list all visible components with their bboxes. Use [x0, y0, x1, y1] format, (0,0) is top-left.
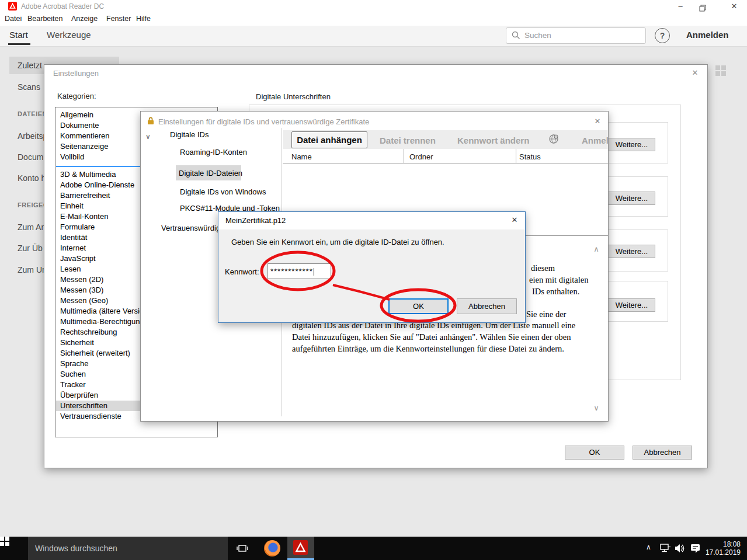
taskbar-clock[interactable]: 18:08 17.01.2019 — [700, 540, 741, 556]
password-dialog-close-icon[interactable]: ✕ — [510, 215, 519, 224]
attach-file-button[interactable]: Datei anhängen — [291, 131, 367, 148]
detach-file-button[interactable]: Datei trennen — [380, 135, 436, 145]
tab-werkzeuge[interactable]: Werkzeuge — [47, 30, 91, 40]
clock-time: 18:08 — [700, 540, 741, 548]
task-view-icon[interactable] — [237, 542, 248, 556]
menu-datei[interactable]: Datei — [5, 15, 22, 23]
sidebar-header-dateien: DATEIEN — [18, 110, 44, 117]
recent-tab-label: Zuletzt — [18, 61, 42, 70]
taskbar-search-placeholder: Windows durchsuchen — [35, 537, 117, 560]
column-divider — [516, 149, 516, 163]
column-header-name[interactable]: Name — [291, 152, 312, 161]
windows-logo-icon — [0, 537, 9, 546]
change-password-button[interactable]: Kennwort ändern — [457, 135, 529, 145]
sidebar-item-zur-ueberpruefung[interactable]: Zur Üb — [18, 244, 44, 253]
menu-fenster[interactable]: Fenster — [106, 15, 131, 23]
digital-ids-close-icon[interactable]: ✕ — [593, 117, 602, 126]
sidebar-item-zum-anzeigen[interactable]: Zum An — [18, 222, 44, 232]
tab-start-underline — [8, 43, 30, 45]
digital-signatures-group-label: Digitale Unterschriften — [253, 92, 333, 101]
chevron-down-icon[interactable]: ∨ — [145, 133, 151, 141]
grid-view-icon[interactable] — [715, 65, 727, 77]
firefox-icon[interactable] — [264, 540, 280, 556]
close-window-button[interactable]: ✕ — [725, 1, 743, 12]
password-cancel-button[interactable]: Abbrechen — [457, 298, 517, 314]
taskbar: Windows durchsuchen ∧ 18:08 17.01.2019 — [0, 537, 747, 560]
sidebar-item-document-cloud[interactable]: Docum — [18, 152, 44, 162]
minimize-button[interactable]: – — [672, 1, 689, 12]
menu-hilfe[interactable]: Hilfe — [136, 15, 151, 23]
tree-item-digitale-ids[interactable]: Digitale IDs — [170, 130, 209, 139]
window-titlebar: Adobe Acrobat Reader DC – ✕ — [0, 0, 747, 13]
more-button-2[interactable]: Weitere... — [608, 192, 655, 205]
tree-item-roaming-id-konten[interactable]: Roaming-ID-Konten — [180, 148, 247, 156]
column-divider — [404, 149, 404, 163]
scroll-up-icon[interactable]: ∧ — [590, 245, 602, 254]
help-text-fragment: IDs enthalten. — [532, 287, 579, 297]
tree-item-digitale-ids-von-windows[interactable]: Digitale IDs von Windows — [180, 187, 266, 196]
window-title: Adobe Acrobat Reader DC — [21, 2, 104, 11]
column-header-status[interactable]: Status — [519, 152, 541, 161]
sidebar-header-freigegeben: FREIGEG — [18, 201, 44, 208]
preferences-cancel-button[interactable]: Abbrechen — [633, 446, 692, 460]
categories-label: Kategorien: — [57, 92, 96, 100]
text-caret — [314, 268, 314, 276]
help-icon[interactable]: ? — [655, 28, 670, 43]
volume-icon[interactable] — [675, 543, 686, 556]
globe-clock-icon — [548, 134, 559, 147]
table-header-underline — [283, 163, 608, 164]
network-icon[interactable] — [659, 543, 671, 556]
password-ok-button[interactable]: OK — [388, 298, 449, 314]
sign-in-button[interactable]: Anmelden — [686, 30, 729, 40]
password-message: Geben Sie ein Kennwort ein, um die digit… — [231, 238, 444, 246]
password-dialog: MeinZertifikat.p12 ✕ Geben Sie ein Kennw… — [218, 211, 526, 323]
clock-date: 17.01.2019 — [700, 548, 741, 556]
lock-icon — [147, 117, 155, 125]
more-button-4[interactable]: Weitere... — [608, 298, 655, 312]
password-value: ************ — [270, 267, 313, 276]
search-placeholder: Suchen — [524, 27, 551, 44]
password-label: Kennwort: — [225, 267, 259, 276]
more-button-1[interactable]: Weitere... — [608, 138, 655, 151]
adobe-pdf-icon — [8, 2, 17, 11]
tab-start[interactable]: Start — [9, 30, 28, 40]
preferences-close-icon[interactable]: ✕ — [690, 68, 700, 77]
sidebar-item-konto[interactable]: Konto h — [18, 173, 44, 183]
sidebar-item-zum-unterschreiben[interactable]: Zum Un — [18, 265, 44, 274]
preferences-dialog-title: Einstellungen — [53, 69, 99, 78]
help-text-fragment: diesem — [531, 263, 555, 273]
help-text-fragment: Sie eine der — [526, 309, 566, 319]
screen: Adobe Acrobat Reader DC – ✕ Datei Bearbe… — [0, 0, 747, 560]
digital-ids-dialog-title: Einstellungen für digitale IDs und vertr… — [158, 117, 369, 126]
taskbar-adobe-reader-button[interactable] — [287, 537, 314, 558]
adobe-reader-icon — [293, 540, 308, 555]
password-dialog-title: MeinZertifikat.p12 — [225, 216, 286, 225]
help-text-fragment: eien mit digitalen — [529, 275, 588, 285]
preferences-ok-button[interactable]: OK — [565, 446, 624, 460]
tree-item-digitale-id-dateien[interactable]: Digitale ID-Dateien — [179, 169, 242, 178]
login-button[interactable]: Anmelden — [582, 135, 609, 145]
menu-bearbeiten[interactable]: Bearbeiten — [27, 15, 62, 23]
column-header-ordner[interactable]: Ordner — [409, 152, 433, 161]
help-text-line: aufgeführten Einträge, um die Kennwortei… — [292, 344, 564, 354]
start-button[interactable] — [0, 537, 28, 560]
password-input[interactable]: ************ — [267, 263, 331, 279]
help-text-line: Datei hinzuzufügen, klicken Sie auf "Dat… — [292, 332, 571, 342]
tray-chevron-up-icon[interactable]: ∧ — [646, 543, 651, 551]
more-button-3[interactable]: Weitere... — [608, 245, 655, 258]
menu-anzeige[interactable]: Anzeige — [71, 15, 98, 23]
sidebar-item-arbeitsplatz[interactable]: Arbeitsp — [18, 131, 44, 141]
sidebar-item-scans[interactable]: Scans — [18, 82, 44, 92]
search-icon — [512, 31, 520, 42]
scroll-down-icon[interactable]: ∨ — [590, 404, 602, 413]
